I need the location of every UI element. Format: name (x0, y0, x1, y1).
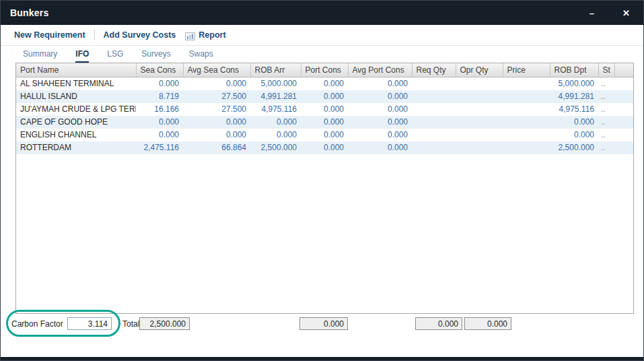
value-cell[interactable] (456, 141, 503, 154)
carbon-factor-input[interactable] (67, 317, 112, 330)
port-name-cell[interactable]: JU'AYMAH CRUDE & LPG TERMIN (16, 103, 136, 116)
value-cell[interactable] (456, 77, 503, 90)
value-cell[interactable]: 0.000 (183, 77, 250, 90)
report-button[interactable]: Report (185, 30, 225, 40)
table-row[interactable]: ROTTERDAM2,475.11666.8642,500.0000.0000.… (16, 141, 633, 154)
status-cell[interactable]: .. (598, 116, 614, 129)
value-cell[interactable]: 8.719 (136, 90, 183, 103)
value-cell[interactable]: 5,000.000 (550, 77, 598, 90)
value-cell[interactable] (503, 129, 550, 141)
total-label: Total (122, 319, 139, 329)
value-cell[interactable] (412, 77, 456, 90)
value-cell[interactable]: 0.000 (301, 129, 348, 141)
column-header[interactable]: St (598, 63, 614, 77)
value-cell[interactable] (503, 90, 550, 103)
tab-summary[interactable]: Summary (23, 49, 57, 63)
status-cell[interactable]: .. (598, 129, 614, 141)
column-header[interactable]: Opr Qty (456, 63, 503, 77)
value-cell[interactable]: 0.000 (183, 116, 250, 129)
value-cell[interactable]: 0.000 (136, 116, 183, 129)
value-cell[interactable] (456, 90, 503, 103)
value-cell[interactable]: 4,991.281 (250, 90, 301, 103)
value-cell[interactable] (456, 103, 503, 116)
tab-swaps[interactable]: Swaps (189, 49, 213, 63)
value-cell[interactable]: 0.000 (348, 129, 412, 141)
value-cell[interactable]: 0.000 (348, 141, 412, 154)
value-cell[interactable]: 0.000 (250, 129, 301, 141)
status-cell[interactable]: .. (598, 103, 614, 116)
value-cell[interactable]: 0.000 (136, 129, 183, 141)
value-cell[interactable]: 0.000 (183, 129, 250, 141)
value-cell[interactable]: 27.500 (183, 103, 250, 116)
value-cell[interactable]: 0.000 (348, 77, 412, 90)
value-cell[interactable]: 0.000 (550, 129, 598, 141)
value-cell[interactable] (503, 103, 550, 116)
value-cell[interactable]: 0.000 (301, 90, 348, 103)
value-cell[interactable]: 4,991.281 (550, 90, 598, 103)
value-cell[interactable] (412, 116, 456, 129)
column-header[interactable]: ROB Arr (250, 63, 301, 77)
column-header[interactable]: Port Cons (301, 63, 348, 77)
value-cell[interactable]: 66.864 (183, 141, 250, 154)
column-header[interactable]: Sea Cons (136, 63, 183, 77)
column-header[interactable]: ROB Dpt (550, 63, 598, 77)
value-cell[interactable]: 0.000 (136, 77, 183, 90)
value-cell[interactable]: 5,000.000 (250, 77, 301, 90)
table-row[interactable]: AL SHAHEEN TERMINAL0.0000.0005,000.0000.… (16, 77, 633, 90)
column-header[interactable]: Avg Port Cons (348, 63, 412, 77)
status-cell[interactable]: .. (598, 90, 614, 103)
close-button[interactable]: ✕ (622, 9, 630, 18)
port-name-cell[interactable]: CAPE OF GOOD HOPE (16, 116, 136, 129)
tab-surveys[interactable]: Surveys (141, 49, 170, 63)
value-cell[interactable] (456, 129, 503, 141)
value-cell[interactable] (412, 103, 456, 116)
column-header[interactable]: Req Qty (412, 63, 456, 77)
value-cell[interactable] (503, 116, 550, 129)
table-row[interactable]: ENGLISH CHANNEL0.0000.0000.0000.0000.000… (16, 129, 633, 141)
status-cell[interactable]: .. (598, 77, 614, 90)
port-name-cell[interactable]: ENGLISH CHANNEL (16, 129, 136, 141)
total-req-qty-field: 0.000 (415, 317, 462, 330)
port-name-cell[interactable]: AL SHAHEEN TERMINAL (16, 77, 136, 90)
column-header[interactable]: Price (503, 63, 550, 77)
value-cell[interactable]: 0.000 (301, 116, 348, 129)
value-cell[interactable] (412, 129, 456, 141)
table-body: AL SHAHEEN TERMINAL0.0000.0005,000.0000.… (16, 77, 633, 154)
minimize-button[interactable]: – (589, 9, 594, 18)
tab-ifo[interactable]: IFO (75, 49, 89, 63)
table-header-row: Port NameSea ConsAvg Sea ConsROB ArrPort… (16, 63, 633, 77)
value-cell[interactable]: 0.000 (348, 90, 412, 103)
value-cell[interactable] (412, 90, 456, 103)
port-name-cell[interactable]: ROTTERDAM (16, 141, 136, 154)
column-header[interactable]: Port Name (16, 63, 136, 77)
value-cell[interactable]: 4,975.116 (550, 103, 598, 116)
status-cell[interactable]: .. (598, 141, 614, 154)
table-row[interactable]: CAPE OF GOOD HOPE0.0000.0000.0000.0000.0… (16, 116, 633, 129)
table-row[interactable]: JU'AYMAH CRUDE & LPG TERMIN16.16627.5004… (16, 103, 633, 116)
value-cell[interactable]: 2,475.116 (136, 141, 183, 154)
value-cell[interactable]: 2,500.000 (250, 141, 301, 154)
add-survey-costs-button[interactable]: Add Survey Costs (104, 30, 176, 40)
value-cell[interactable] (412, 141, 456, 154)
new-requirement-button[interactable]: New Requirement (14, 30, 85, 40)
value-cell[interactable] (503, 141, 550, 154)
value-cell[interactable]: 0.000 (348, 116, 412, 129)
value-cell[interactable] (503, 77, 550, 90)
minimize-icon: – (589, 8, 594, 18)
value-cell[interactable] (456, 116, 503, 129)
bunker-grid: Port NameSea ConsAvg Sea ConsROB ArrPort… (15, 63, 634, 314)
value-cell[interactable]: 0.000 (301, 141, 348, 154)
table-row[interactable]: HALUL ISLAND8.71927.5004,991.2810.0000.0… (16, 90, 633, 103)
tab-lsg[interactable]: LSG (107, 49, 123, 63)
value-cell[interactable]: 4,975.116 (250, 103, 301, 116)
value-cell[interactable]: 16.166 (136, 103, 183, 116)
port-name-cell[interactable]: HALUL ISLAND (16, 90, 136, 103)
value-cell[interactable]: 0.000 (301, 77, 348, 90)
column-header[interactable]: Avg Sea Cons (183, 63, 250, 77)
value-cell[interactable]: 0.000 (301, 103, 348, 116)
value-cell[interactable]: 0.000 (250, 116, 301, 129)
value-cell[interactable]: 0.000 (550, 116, 598, 129)
value-cell[interactable]: 2,500.000 (550, 141, 598, 154)
value-cell[interactable]: 27.500 (183, 90, 250, 103)
value-cell[interactable]: 0.000 (348, 103, 412, 116)
